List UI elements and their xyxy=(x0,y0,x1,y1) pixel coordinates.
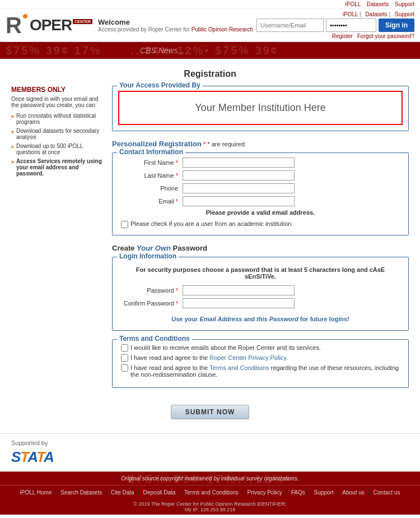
support-link[interactable]: Support xyxy=(395,1,414,7)
banner-highlight: CBS News... xyxy=(140,46,184,55)
confirm-password-row: Confirm Password * xyxy=(121,298,400,308)
footer-terms[interactable]: Terms and Conditions xyxy=(184,489,239,496)
list-item: Download datasets for secondary analysis xyxy=(11,128,104,140)
footer-bottom: © 2019 The Roper Center for Public Opini… xyxy=(0,499,420,515)
confirm-password-field[interactable] xyxy=(183,298,295,308)
footer-cite-data[interactable]: Cite Data xyxy=(111,489,134,496)
forgot-password-link[interactable]: Forgot your password? xyxy=(357,33,414,39)
footer: $75% 39¢ 17%...12%• Original source copy… xyxy=(0,471,420,515)
password-bottom-hint: Use your Email Address and this Password… xyxy=(121,311,400,323)
footer-links-section: iPOLL Home | Search Datasets | Cite Data… xyxy=(0,485,420,499)
footer-contact[interactable]: Contact us xyxy=(374,489,400,496)
password-input[interactable] xyxy=(326,18,376,32)
ipoll-link[interactable]: iPOLL xyxy=(346,1,361,7)
sidebar-list: Run crosstabs without statistical progra… xyxy=(11,113,104,177)
top-auth-links: iPOLL | Datasets | Support xyxy=(340,11,414,17)
terms-check3-row: I have read and agree to the Terms and C… xyxy=(121,364,400,378)
email-hint: Please provide a valid email address. xyxy=(121,209,400,216)
confirm-password-label: Confirm Password * xyxy=(121,300,183,307)
password-hint: For security purposes choose a password … xyxy=(121,262,400,285)
welcome-text: Welcome Access provided by Roper Center … xyxy=(98,18,253,33)
public-opinion-link[interactable]: Public Opinion Research xyxy=(192,26,253,33)
logo: R OPER CENTER xyxy=(6,14,92,36)
first-name-row: First Name * xyxy=(121,158,400,168)
login-legend: Login Information xyxy=(117,252,179,260)
password-label: Password * xyxy=(121,287,183,294)
access-provided-box: Your Access Provided By Your Member Inst… xyxy=(112,86,409,131)
members-only-title: MEMBERS ONLY xyxy=(11,86,104,94)
academic-checkbox-row: Please check if you are a user from an a… xyxy=(121,220,400,228)
footer-copyright-section: $75% 39¢ 17%...12%• Original source copy… xyxy=(0,471,420,485)
privacy-label: I have read and agree to the Roper Cente… xyxy=(130,354,288,361)
emails-label: I would like to receive emails about the… xyxy=(130,344,321,351)
list-item: Run crosstabs without statistical progra… xyxy=(11,113,104,125)
footer-privacy[interactable]: Privacy Policy xyxy=(248,489,282,496)
required-note-text: * are required xyxy=(207,141,245,147)
personalized-header: Personalized Registration * * are requir… xyxy=(112,140,409,148)
support-top-link[interactable]: Support xyxy=(395,11,414,17)
stata-logo: STATA xyxy=(11,448,409,466)
register-link[interactable]: Register xyxy=(332,33,353,39)
terms-legend: Terms and Conditions xyxy=(117,335,192,343)
phone-input[interactable] xyxy=(183,183,295,193)
top-nav: iPOLL Datasets Support xyxy=(0,0,420,9)
sign-in-button[interactable]: Sign in xyxy=(379,18,414,32)
right-content: Your Access Provided By Your Member Inst… xyxy=(112,86,409,396)
access-description: Access provided by Roper Center for Publ… xyxy=(98,26,253,33)
terms-label: I have read and agree to the Terms and C… xyxy=(130,364,400,378)
phone-row: Phone xyxy=(121,183,400,193)
phone-label: Phone xyxy=(121,185,183,192)
logo-r-letter: R xyxy=(6,14,22,36)
supported-by-section: Supported by STATA xyxy=(0,433,420,471)
logo-orange-dot xyxy=(23,14,27,18)
terms-conditions-link[interactable]: Terms and Conditions xyxy=(209,364,269,371)
last-name-row: Last Name * xyxy=(121,170,400,181)
password-section-header: Create Your Own Password xyxy=(112,244,409,252)
academic-label: Please check if you are a user from an a… xyxy=(130,220,293,227)
terms-fieldset: Terms and Conditions I would like to rec… xyxy=(112,339,409,388)
privacy-policy-link[interactable]: Roper Center Privacy Policy xyxy=(209,354,286,361)
terms-check2-row: I have read and agree to the Roper Cente… xyxy=(121,354,400,362)
supported-label: Supported by xyxy=(11,440,409,446)
footer-deposit-data[interactable]: Deposit Data xyxy=(143,489,175,496)
red-banner: $75% 39¢ 17% ...24% 12%• $75% 39¢ CBS Ne… xyxy=(0,42,420,59)
email-input[interactable] xyxy=(183,196,295,206)
datasets-top-link[interactable]: Datasets xyxy=(365,11,387,17)
logo-text-area: OPER CENTER xyxy=(30,17,92,33)
terms-checkbox[interactable] xyxy=(121,364,128,372)
personalized-title: Personalized Registration xyxy=(112,140,202,148)
logo-center: CENTER xyxy=(73,19,92,24)
create-password-title: Create Your Own Password xyxy=(112,244,207,252)
access-box-legend: Your Access Provided By xyxy=(117,81,203,89)
last-name-input[interactable] xyxy=(183,170,295,181)
privacy-checkbox[interactable] xyxy=(121,354,128,362)
footer-support[interactable]: Support xyxy=(314,489,333,496)
last-name-label: Last Name * xyxy=(121,172,183,179)
login-row: Sign in xyxy=(256,18,414,32)
footer-faqs[interactable]: FAQs xyxy=(291,489,305,496)
emails-checkbox[interactable] xyxy=(121,344,128,351)
password-field[interactable] xyxy=(183,285,295,295)
header-right: iPOLL | Datasets | Support Sign in Regis… xyxy=(256,11,414,39)
academic-checkbox[interactable] xyxy=(121,221,128,228)
email-label: Email * xyxy=(121,198,183,205)
footer-ipoll-home[interactable]: iPOLL Home xyxy=(20,489,52,496)
submit-button[interactable]: SUBMIT NOW xyxy=(171,405,250,419)
left-sidebar: MEMBERS ONLY Once signed in with your em… xyxy=(11,86,104,396)
datasets-link[interactable]: Datasets xyxy=(367,1,389,7)
content-layout: MEMBERS ONLY Once signed in with your em… xyxy=(11,86,409,396)
footer-about[interactable]: About us xyxy=(342,489,364,496)
login-fieldset: Login Information For security purposes … xyxy=(112,257,409,331)
institution-name: Your Member Institution Here xyxy=(118,91,403,125)
footer-copyright-text: Original source copyright maintained by … xyxy=(6,475,414,482)
list-item: Access Services remotely using your emai… xyxy=(11,158,104,177)
header-left: R OPER CENTER Welcome Access provided by… xyxy=(6,14,253,36)
footer-search-datasets[interactable]: Search Datasets xyxy=(60,489,102,496)
welcome-title: Welcome xyxy=(98,18,253,26)
first-name-input[interactable] xyxy=(183,158,295,168)
header-bottom-links: Register Forgot your password? xyxy=(329,33,414,39)
ipoll-top-link[interactable]: iPOLL xyxy=(343,11,358,17)
submit-area: SUBMIT NOW xyxy=(11,405,409,419)
username-input[interactable] xyxy=(256,18,324,32)
main-content: Registration MEMBERS ONLY Once signed in… xyxy=(0,59,420,433)
